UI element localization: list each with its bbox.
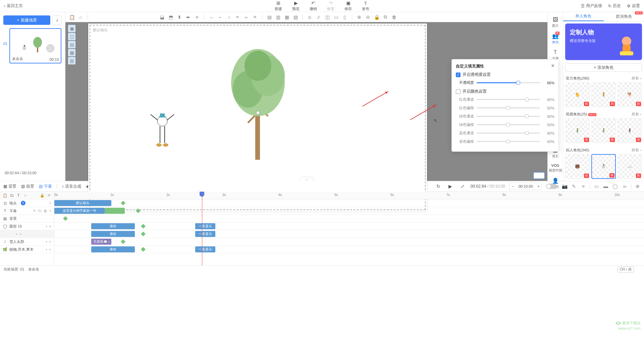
distribute-v-icon[interactable]: ⫽	[316, 14, 322, 20]
playhead[interactable]	[202, 192, 202, 265]
save-button[interactable]: ▣保存	[344, 0, 352, 11]
keyframe[interactable]	[121, 201, 125, 205]
help-icon[interactable]: ?	[21, 201, 25, 205]
tool3-icon[interactable]: ▤	[68, 41, 75, 48]
close-icon[interactable]: ✕	[551, 63, 554, 69]
add-character-button[interactable]: + 添加角色	[565, 63, 642, 72]
character-card[interactable]: 🐕商	[617, 82, 642, 107]
lock-icon[interactable]: 🔒	[374, 14, 380, 20]
canvas[interactable]: 默认镜头	[88, 23, 427, 211]
align-top-icon[interactable]: ⬒	[168, 14, 174, 20]
tool4-icon[interactable]: ▦	[68, 49, 75, 56]
track-view2-icon[interactable]: ▬	[603, 183, 609, 189]
clipboard-icon[interactable]: 📋	[3, 193, 7, 198]
align-top2-icon[interactable]: ⫧	[234, 14, 240, 20]
delete-icon[interactable]: 🗑	[391, 14, 397, 20]
new-button[interactable]: ⊞新建	[275, 0, 282, 11]
distribute-icon[interactable]: ≡	[194, 14, 200, 20]
show-clip[interactable]: 一直显示	[195, 231, 215, 237]
enable-opacity-checkbox[interactable]: ✓	[456, 72, 461, 77]
align-left-icon[interactable]: ⫠	[208, 14, 214, 20]
eye-icon[interactable]: 👁	[47, 193, 51, 198]
tree-graphic[interactable]	[224, 46, 291, 160]
music-note-button[interactable]: ♪	[52, 15, 62, 25]
tool5-icon[interactable]: ▥	[68, 57, 75, 64]
scene-thumbnail[interactable]: ⛄ 未命名 00:10	[9, 28, 61, 63]
copy-icon[interactable]: ⧉	[382, 14, 388, 20]
redo-button[interactable]: ↷恢复	[327, 0, 334, 11]
expand-button[interactable]: ⤢	[459, 182, 467, 190]
distribute-h-icon[interactable]: ⫼	[307, 14, 313, 20]
track-view-icon[interactable]: ▭	[593, 183, 599, 189]
send-back-icon[interactable]: ▧	[292, 14, 299, 20]
plus-icon[interactable]: +	[536, 184, 542, 188]
keyframe[interactable]	[136, 208, 141, 213]
all-link[interactable]: 所有 ›	[632, 112, 641, 117]
draw-clip[interactable]: 速绘	[91, 231, 135, 237]
tab-background[interactable]: ▦背景	[3, 184, 16, 189]
nofloor-clip[interactable]: 无底地 💬 ›	[91, 239, 111, 245]
ungroup-icon[interactable]: ◫	[68, 33, 75, 40]
text2-icon[interactable]: T	[16, 193, 21, 198]
tab-tts[interactable]: ♪语音合成	[62, 184, 81, 189]
group-icon[interactable]: ▣	[68, 25, 75, 32]
duration-stepper[interactable]: −00:10.00+	[509, 183, 542, 190]
rail-character[interactable]: 商👥角色	[552, 33, 559, 45]
character-card[interactable]: 🧍‍♀️商	[617, 118, 642, 143]
draw-clip[interactable]: 速绘	[91, 246, 135, 252]
character-card[interactable]: 🐈商	[565, 82, 590, 107]
tab-single-character[interactable]: 单人角色	[563, 12, 604, 21]
new-scene-button[interactable]: +新建场景	[3, 15, 50, 25]
color-slider[interactable]	[477, 133, 540, 134]
character-card[interactable]: 🧍‍♂️商	[591, 118, 616, 143]
snowman-graphic[interactable]	[147, 109, 177, 150]
enable-color-checkbox[interactable]	[456, 89, 461, 94]
keyframe[interactable]	[121, 239, 125, 244]
color-slider[interactable]	[477, 107, 540, 108]
camera-clip[interactable]: 默认镜头	[54, 200, 111, 206]
history-link[interactable]: ↻历史	[608, 3, 621, 9]
keyframe[interactable]	[141, 247, 146, 252]
align-center-icon[interactable]: ⫟	[217, 14, 223, 20]
publish-button[interactable]: ⇪发布	[362, 0, 369, 11]
m3-icon[interactable]: ▯	[342, 14, 348, 20]
zoom-out-icon[interactable]: ⊖	[365, 14, 371, 20]
back-to-home[interactable]: ‹ 返回主页	[4, 3, 23, 9]
m2-icon[interactable]: ▭	[333, 14, 339, 20]
character-card[interactable]: 🐻商	[565, 154, 590, 179]
align-middle-icon[interactable]: ⫨	[243, 14, 249, 20]
align-bottom2-icon[interactable]: ⫩	[252, 14, 258, 20]
rail-image[interactable]: 🖼图片	[552, 17, 559, 28]
bring-forward-icon[interactable]: ▤	[266, 14, 272, 20]
infinity-icon[interactable]: ∞	[622, 183, 628, 189]
tab-subtitle[interactable]: ▤字幕	[39, 184, 52, 189]
custom-character-banner[interactable]: 定制人物 赠送骨骼专业版	[565, 23, 642, 60]
paste-icon[interactable]: 📋	[69, 14, 75, 20]
track-camera[interactable]: 镜头	[9, 201, 17, 206]
tab-group-character[interactable]: 群演角色NEW	[604, 12, 644, 21]
all-link[interactable]: 所有 ›	[632, 148, 641, 153]
folder2-icon[interactable]: 🗀	[9, 193, 14, 198]
keyframe[interactable]	[141, 232, 146, 236]
keyframe[interactable]	[141, 224, 146, 229]
character-card[interactable]: ⛄商	[591, 154, 616, 179]
preview-button[interactable]: ▶预览	[292, 0, 300, 11]
keyframe[interactable]	[63, 216, 68, 221]
m1-icon[interactable]: ◫	[324, 14, 330, 20]
add-track-icon[interactable]: ⊕	[635, 183, 641, 189]
track-shape[interactable]: 圆形 15	[9, 224, 22, 229]
rewind-button[interactable]: ↻	[434, 182, 442, 190]
align-bottom-icon[interactable]: ⬓	[159, 14, 165, 20]
collapse-canvas[interactable]: ⌄	[300, 177, 313, 181]
subtitle-clip2[interactable]	[105, 208, 125, 214]
show-clip[interactable]: 一直显示	[195, 223, 215, 229]
settings-link[interactable]: ⚙设置	[627, 3, 640, 9]
show-clip[interactable]: 一直显示	[195, 246, 215, 252]
rail-vcg[interactable]: VCG视觉中国	[549, 163, 562, 173]
ime-indicator[interactable]: CH ♪ 简	[618, 267, 634, 273]
minus-icon[interactable]: −	[509, 184, 516, 188]
edit2-icon[interactable]: ✎	[571, 183, 577, 189]
undo-button[interactable]: ↶撤销	[310, 0, 317, 11]
track-plant[interactable]: 植物,乔木,草木	[9, 247, 34, 252]
toggle-switch[interactable]	[546, 184, 557, 189]
